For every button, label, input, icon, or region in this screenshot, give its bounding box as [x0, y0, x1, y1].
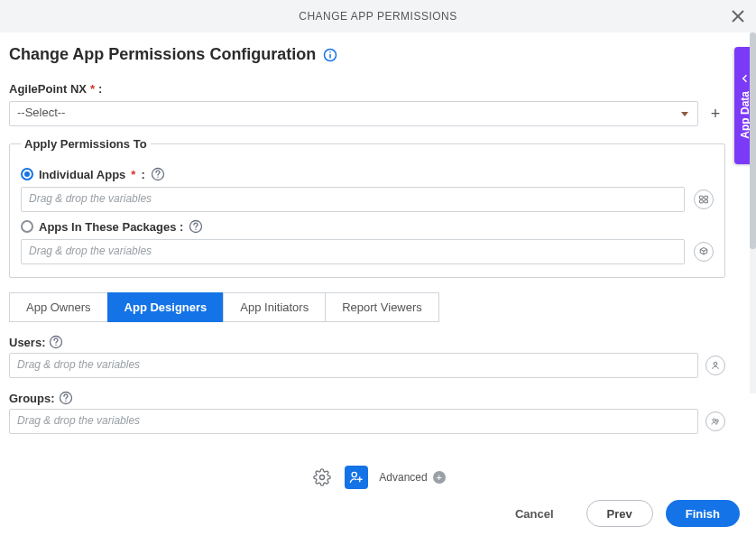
groups-label-row: Groups: — [9, 391, 725, 405]
groups-input[interactable]: Drag & drop the variables — [9, 409, 698, 434]
svg-point-14 — [56, 345, 57, 346]
tab-app-owners[interactable]: App Owners — [9, 292, 108, 322]
colon: : — [141, 168, 144, 181]
individual-apps-radio[interactable] — [21, 168, 33, 180]
svg-point-12 — [196, 229, 197, 230]
app-picker-button[interactable] — [694, 189, 714, 209]
agilepoint-nx-select[interactable]: --Select-- — [9, 101, 698, 126]
users-label-row: Users: — [9, 335, 725, 349]
groups-label: Groups: — [9, 392, 55, 405]
modal-footer: Advanced + Cancel Prev Finish — [0, 457, 756, 536]
help-icon[interactable] — [189, 219, 203, 234]
svg-point-19 — [716, 420, 719, 422]
individual-apps-input[interactable]: Drag & drop the variables — [21, 187, 685, 212]
close-icon[interactable] — [729, 7, 747, 25]
finish-button[interactable]: Finish — [666, 500, 740, 527]
plus-circle-icon: + — [433, 471, 446, 484]
page-title-row: Change App Permissions Configuration — [9, 45, 725, 64]
group-picker-button[interactable] — [705, 411, 725, 431]
placeholder-text: Drag & drop the variables — [29, 245, 152, 257]
add-connection-button[interactable]: + — [705, 104, 725, 124]
form-area: Change App Permissions Configuration Agi… — [7, 32, 734, 457]
advanced-label: Advanced — [379, 471, 427, 484]
tab-app-designers[interactable]: App Designers — [107, 292, 225, 322]
placeholder-text: Drag & drop the variables — [17, 358, 140, 371]
modal-title: CHANGE APP PERMISSIONS — [299, 10, 457, 23]
required-marker: * — [90, 82, 95, 96]
tab-report-viewers[interactable]: Report Viewers — [325, 292, 439, 322]
svg-rect-7 — [700, 196, 704, 199]
svg-point-21 — [352, 472, 356, 476]
agilepoint-nx-selected: --Select-- — [17, 106, 65, 119]
apply-permissions-to-group: Apply Permissions To Individual Apps* : … — [9, 137, 725, 278]
gear-icon[interactable] — [310, 466, 334, 489]
svg-point-6 — [157, 177, 158, 178]
svg-point-4 — [330, 51, 332, 53]
individual-apps-drop-row: Drag & drop the variables — [21, 187, 714, 212]
placeholder-text: Drag & drop the variables — [29, 192, 152, 205]
individual-apps-label: Individual Apps — [39, 168, 125, 181]
settings-row: Advanced + — [16, 466, 740, 489]
modal-header: CHANGE APP PERMISSIONS — [0, 0, 756, 32]
add-user-icon[interactable] — [345, 466, 368, 489]
help-icon[interactable] — [151, 167, 165, 181]
packages-input[interactable]: Drag & drop the variables — [21, 239, 685, 264]
change-app-permissions-modal: CHANGE APP PERMISSIONS App Data Change A… — [0, 0, 756, 536]
svg-point-18 — [713, 419, 715, 421]
colon: : — [98, 82, 102, 96]
tab-app-initiators[interactable]: App Initiators — [223, 292, 326, 322]
placeholder-text: Drag & drop the variables — [17, 414, 140, 427]
apply-permissions-to-legend: Apply Permissions To — [21, 137, 151, 151]
page-title: Change App Permissions Configuration — [9, 45, 316, 64]
agilepoint-nx-label: AgilePoint NX — [9, 82, 87, 96]
actions-row: Cancel Prev Finish — [16, 500, 740, 527]
modal-body: Change App Permissions Configuration Agi… — [0, 32, 756, 457]
svg-rect-10 — [705, 200, 708, 203]
svg-point-20 — [320, 476, 325, 480]
svg-rect-8 — [705, 196, 708, 199]
packages-drop-row: Drag & drop the variables — [21, 239, 714, 264]
package-picker-button[interactable] — [694, 242, 714, 262]
packages-radio[interactable] — [21, 220, 33, 233]
users-input[interactable]: Drag & drop the variables — [9, 353, 698, 378]
help-icon[interactable] — [59, 391, 73, 405]
advanced-toggle[interactable]: Advanced + — [379, 471, 445, 484]
user-picker-button[interactable] — [705, 356, 725, 375]
users-drop-row: Drag & drop the variables — [9, 353, 725, 378]
scrollbar-thumb[interactable] — [750, 32, 756, 249]
packages-radio-row: Apps In These Packages : — [21, 219, 714, 234]
cancel-button[interactable]: Cancel — [495, 500, 574, 527]
info-icon[interactable] — [323, 48, 337, 62]
svg-point-17 — [65, 401, 66, 402]
individual-apps-radio-row: Individual Apps* : — [21, 167, 714, 181]
packages-label: Apps In These Packages : — [39, 220, 183, 234]
permission-tabs: App Owners App Designers App Initiators … — [9, 292, 725, 322]
groups-drop-row: Drag & drop the variables — [9, 409, 725, 434]
svg-rect-9 — [700, 200, 704, 203]
prev-button[interactable]: Prev — [586, 500, 653, 527]
help-icon[interactable] — [49, 335, 63, 349]
required-marker: * — [131, 168, 135, 181]
agilepoint-nx-label-row: AgilePoint NX*: — [9, 82, 725, 96]
agilepoint-nx-field: AgilePoint NX*: --Select-- + — [9, 82, 725, 126]
agilepoint-nx-select-row: --Select-- + — [9, 101, 725, 126]
svg-point-15 — [714, 362, 717, 365]
users-label: Users: — [9, 336, 45, 349]
